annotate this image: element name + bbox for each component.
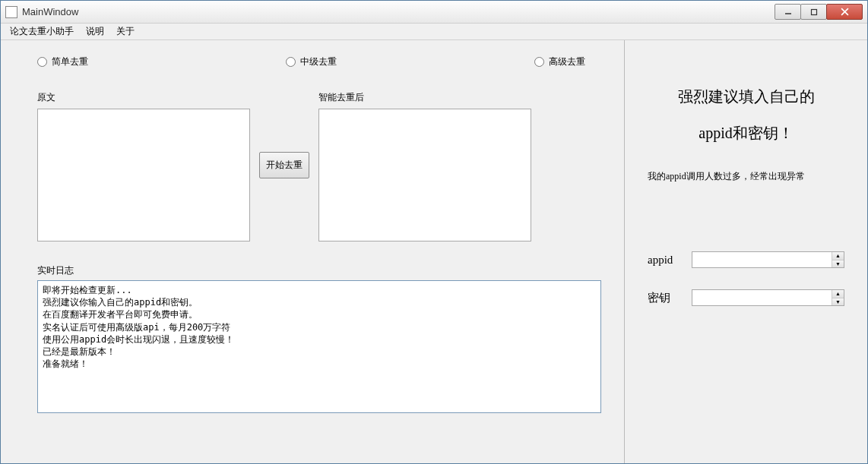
secret-spinbox[interactable]: ▲ ▼ xyxy=(692,289,844,306)
menu-help[interactable]: 说明 xyxy=(80,24,110,39)
appid-row: appid ▲ ▼ xyxy=(648,251,844,268)
titlebar: MainWindow xyxy=(1,1,867,24)
appid-step-down[interactable]: ▼ xyxy=(832,260,844,268)
mode-radio-row: 简单去重 中级去重 高级去重 xyxy=(37,55,601,68)
secret-row: 密钥 ▲ ▼ xyxy=(648,289,844,306)
radio-medium-input[interactable] xyxy=(286,57,296,67)
radio-simple-input[interactable] xyxy=(37,57,47,67)
io-row: 原文 开始去重 智能去重后 xyxy=(37,91,601,241)
start-button[interactable]: 开始去重 xyxy=(259,152,309,178)
radio-advanced-input[interactable] xyxy=(534,57,544,67)
menu-about[interactable]: 关于 xyxy=(110,24,141,39)
appid-spinbox[interactable]: ▲ ▼ xyxy=(692,251,844,268)
content-area: 简单去重 中级去重 高级去重 原文 开始去重 xyxy=(1,40,867,463)
secret-spin-arrows: ▲ ▼ xyxy=(832,290,844,305)
menubar: 论文去重小助手 说明 关于 xyxy=(1,24,867,40)
app-icon xyxy=(5,6,17,18)
main-window: MainWindow 论文去重小助手 说明 关于 简单去重 xyxy=(0,0,868,464)
original-label: 原文 xyxy=(37,91,250,104)
window-controls xyxy=(775,4,863,20)
appid-input[interactable] xyxy=(692,252,832,267)
minimize-button[interactable] xyxy=(775,4,801,20)
right-panel: 强烈建议填入自己的 appid和密钥！ 我的appid调用人数过多，经常出现异常… xyxy=(624,40,867,463)
advice-heading: 强烈建议填入自己的 appid和密钥！ xyxy=(648,78,844,151)
advice-line1: 强烈建议填入自己的 xyxy=(678,88,815,105)
svg-rect-1 xyxy=(811,9,816,14)
result-label: 智能去重后 xyxy=(318,91,531,104)
appid-label: appid xyxy=(648,254,684,267)
original-column: 原文 xyxy=(37,91,250,241)
window-title: MainWindow xyxy=(22,6,775,17)
menu-assistant[interactable]: 论文去重小助手 xyxy=(4,24,80,39)
log-label: 实时日志 xyxy=(37,264,601,277)
secret-step-down[interactable]: ▼ xyxy=(832,298,844,306)
log-textarea[interactable]: 即将开始检查更新... 强烈建议你输入自己的appid和密钥。 在百度翻译开发者… xyxy=(37,280,601,413)
advice-note: 我的appid调用人数过多，经常出现异常 xyxy=(648,170,844,183)
result-textarea[interactable] xyxy=(318,109,531,241)
start-column: 开始去重 xyxy=(259,91,309,239)
radio-advanced-label: 高级去重 xyxy=(549,55,585,68)
maximize-button[interactable] xyxy=(800,4,827,20)
radio-simple-label: 简单去重 xyxy=(52,55,88,68)
secret-label: 密钥 xyxy=(648,291,684,305)
original-textarea[interactable] xyxy=(37,109,250,241)
secret-step-up[interactable]: ▲ xyxy=(832,290,844,298)
radio-simple[interactable]: 简单去重 xyxy=(37,55,88,68)
appid-spin-arrows: ▲ ▼ xyxy=(832,252,844,267)
radio-medium-label: 中级去重 xyxy=(300,55,337,68)
appid-step-up[interactable]: ▲ xyxy=(832,252,844,260)
close-button[interactable] xyxy=(826,4,863,20)
radio-medium[interactable]: 中级去重 xyxy=(286,55,337,68)
left-panel: 简单去重 中级去重 高级去重 原文 开始去重 xyxy=(1,40,624,463)
advice-line2: appid和密钥！ xyxy=(699,125,793,141)
secret-input[interactable] xyxy=(692,290,832,305)
result-column: 智能去重后 xyxy=(318,91,531,241)
radio-advanced[interactable]: 高级去重 xyxy=(534,55,585,68)
